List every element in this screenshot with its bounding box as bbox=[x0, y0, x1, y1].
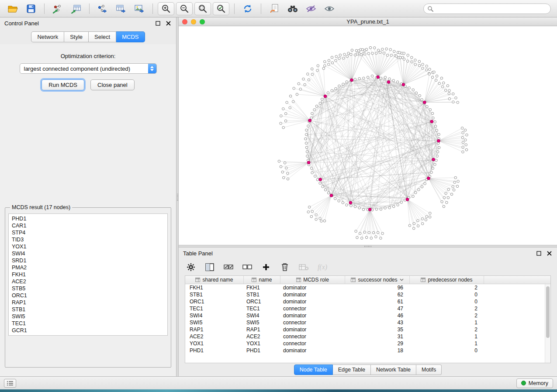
open-session-button[interactable] bbox=[4, 2, 21, 15]
table-scrollbar-thumb[interactable] bbox=[546, 286, 550, 338]
close-panel-button[interactable] bbox=[165, 20, 172, 27]
column-header-predecessor-nodes[interactable]: predecessor nodes bbox=[410, 276, 484, 284]
mcds-result-item[interactable]: ACE2 bbox=[12, 278, 164, 285]
table-row[interactable]: ORC1ORC1dominator610 bbox=[185, 298, 550, 305]
window-close-button[interactable] bbox=[182, 19, 187, 24]
network-window: YPA_prune.txt_1 bbox=[179, 17, 557, 245]
optimization-criterion-select[interactable]: largest connected component (undirected) bbox=[20, 63, 157, 74]
mcds-result-item[interactable]: RAP1 bbox=[12, 299, 164, 306]
tab-mcds[interactable]: MCDS bbox=[116, 31, 145, 42]
window-minimize-button[interactable] bbox=[191, 19, 196, 24]
table-row[interactable]: ACE2ACE2connector311 bbox=[185, 333, 550, 340]
mcds-result-item[interactable]: STB5 bbox=[12, 285, 164, 292]
run-mcds-button[interactable]: Run MCDS bbox=[42, 79, 84, 90]
window-zoom-button[interactable] bbox=[200, 19, 205, 24]
cell-shared-name: SWI5 bbox=[185, 320, 244, 326]
column-header-mcds-role[interactable]: MCDS role bbox=[280, 276, 345, 284]
toolbar-search[interactable] bbox=[423, 3, 551, 14]
tab-network-table[interactable]: Network Table bbox=[371, 364, 416, 375]
column-header-shared-name[interactable]: shared name bbox=[185, 276, 244, 284]
table-settings-button[interactable] bbox=[186, 262, 196, 272]
tab-network[interactable]: Network bbox=[31, 31, 64, 42]
refresh-view-button[interactable] bbox=[239, 2, 256, 15]
export-network-button[interactable] bbox=[94, 2, 111, 15]
mcds-result-item[interactable]: PMA2 bbox=[12, 264, 164, 271]
table-row[interactable]: RAP1RAP1dominator352 bbox=[185, 326, 550, 333]
table-row[interactable]: TEC1TEC1connector472 bbox=[185, 305, 550, 312]
table-row[interactable]: SWI4SWI4dominator462 bbox=[185, 312, 550, 319]
mcds-result-item[interactable]: PHD1 bbox=[12, 215, 164, 222]
mcds-result-item[interactable]: TID3 bbox=[12, 236, 164, 243]
cell-shared-name: SWI4 bbox=[185, 313, 244, 319]
table-row[interactable]: STB1STB1dominator620 bbox=[185, 291, 550, 298]
mcds-result-item[interactable]: FKH1 bbox=[12, 271, 164, 278]
mcds-result-item[interactable]: SWI5 bbox=[12, 313, 164, 320]
network-window-titlebar[interactable]: YPA_prune.txt_1 bbox=[179, 17, 557, 26]
cell-name: PHD1 bbox=[244, 347, 280, 354]
column-header-name[interactable]: name bbox=[244, 276, 280, 284]
table-row[interactable]: PHD1PHD1dominator180 bbox=[185, 347, 550, 354]
mcds-result-item[interactable]: GCR1 bbox=[12, 327, 164, 334]
toolbar-separator bbox=[152, 3, 153, 14]
tab-edge-table[interactable]: Edge Table bbox=[333, 364, 371, 375]
zoom-selected-button[interactable] bbox=[213, 2, 229, 15]
mcds-result-item[interactable]: STB1 bbox=[12, 306, 164, 313]
find-button[interactable] bbox=[284, 2, 301, 15]
import-network-from-file-button[interactable] bbox=[49, 2, 66, 15]
export-image-button[interactable] bbox=[131, 2, 148, 15]
clear-table-button bbox=[298, 262, 309, 272]
mcds-result-item[interactable]: ORC1 bbox=[12, 292, 164, 299]
float-panel-button[interactable] bbox=[154, 20, 161, 27]
cell-name: FKH1 bbox=[244, 285, 280, 291]
save-session-button[interactable] bbox=[23, 2, 39, 15]
select-stepper-icon bbox=[148, 64, 156, 73]
splitter-grip-icon bbox=[364, 246, 371, 247]
show-panels-menu-button[interactable] bbox=[4, 379, 16, 388]
mcds-result-item[interactable]: SRD1 bbox=[12, 257, 164, 264]
tab-motifs[interactable]: Motifs bbox=[416, 364, 442, 375]
add-column-button[interactable] bbox=[261, 262, 271, 272]
float-table-panel-button[interactable] bbox=[535, 250, 542, 257]
import-table-from-file-button[interactable] bbox=[68, 2, 84, 15]
close-table-panel-button[interactable] bbox=[546, 250, 553, 257]
cell-successor-nodes: 43 bbox=[345, 320, 410, 326]
delete-column-button[interactable] bbox=[280, 262, 290, 272]
show-eye-button[interactable] bbox=[321, 2, 338, 15]
cell-shared-name: ACE2 bbox=[185, 334, 244, 340]
node-table: shared name name MCDS role successo bbox=[185, 275, 551, 363]
cell-shared-name: RAP1 bbox=[185, 327, 244, 333]
mcds-result-item[interactable]: CAR1 bbox=[12, 222, 164, 229]
table-row[interactable]: SWI5SWI5connector431 bbox=[185, 319, 550, 326]
vertical-splitter[interactable] bbox=[176, 17, 179, 376]
table-row[interactable]: YOX1YOX1connector291 bbox=[185, 340, 550, 347]
horizontal-splitter[interactable] bbox=[179, 245, 557, 248]
tab-select[interactable]: Select bbox=[89, 31, 116, 42]
zoom-fit-content-button[interactable] bbox=[194, 2, 211, 15]
zoom-in-button[interactable] bbox=[158, 2, 174, 15]
mcds-result-item[interactable]: STP4 bbox=[12, 229, 164, 236]
export-table-button[interactable] bbox=[113, 2, 129, 15]
table-row[interactable]: FKH1FKH1dominator962 bbox=[185, 284, 550, 291]
zoom-out-button[interactable] bbox=[176, 2, 193, 15]
deselect-all-rows-button[interactable] bbox=[242, 262, 253, 272]
close-mcds-panel-button[interactable]: Close panel bbox=[90, 79, 135, 90]
tab-node-table[interactable]: Node Table bbox=[294, 364, 333, 375]
column-header-successor-nodes[interactable]: successor nodes bbox=[345, 276, 410, 284]
cell-predecessor-nodes: 0 bbox=[410, 347, 484, 354]
network-canvas[interactable] bbox=[179, 26, 557, 245]
mcds-result-item[interactable]: SWI4 bbox=[12, 250, 164, 257]
search-input[interactable] bbox=[436, 6, 547, 12]
share-document-icon bbox=[270, 3, 279, 14]
column-chooser-button[interactable] bbox=[204, 262, 215, 272]
table-header-row: shared name name MCDS role successo bbox=[185, 276, 550, 284]
select-all-rows-button[interactable] bbox=[223, 262, 234, 272]
mcds-result-item[interactable]: YOX1 bbox=[12, 243, 164, 250]
mcds-result-item[interactable]: TEC1 bbox=[12, 320, 164, 327]
hide-filter-button[interactable] bbox=[303, 2, 319, 15]
memory-button[interactable]: Memory bbox=[516, 378, 553, 388]
mcds-result-list[interactable]: PHD1CAR1STP4TID3YOX1SWI4SRD1PMA2FKH1ACE2… bbox=[8, 213, 168, 336]
tab-style[interactable]: Style bbox=[64, 31, 89, 42]
table-panel-header: Table Panel bbox=[179, 248, 557, 259]
table-scrollbar[interactable] bbox=[545, 284, 550, 363]
share-document-button[interactable] bbox=[266, 2, 283, 15]
